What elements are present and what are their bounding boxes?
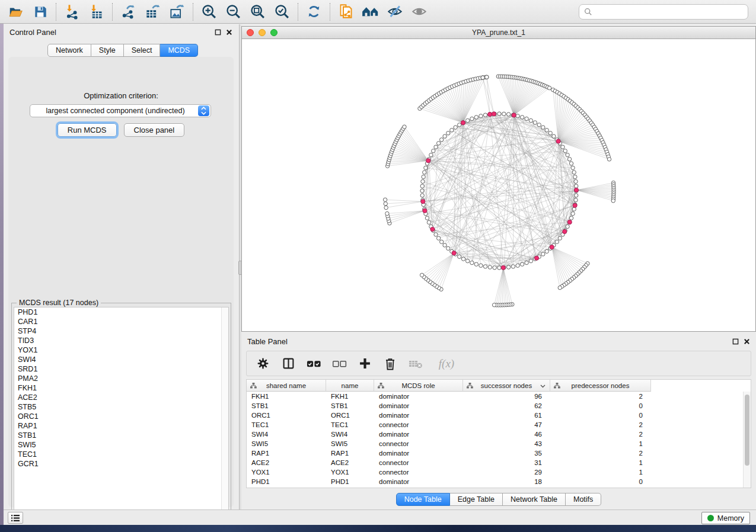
network-node[interactable] — [516, 264, 519, 267]
network-node[interactable] — [420, 194, 424, 197]
network-node[interactable] — [427, 220, 430, 224]
table-cell[interactable]: 2 — [550, 430, 651, 439]
network-edge[interactable] — [552, 196, 576, 247]
hide-detail-icon[interactable] — [382, 2, 407, 22]
table-cell[interactable]: connector — [374, 458, 463, 467]
network-edge[interactable] — [522, 117, 552, 247]
home-pages-icon[interactable] — [358, 2, 382, 22]
network-window-titlebar[interactable]: YPA_prune.txt_1 — [242, 27, 755, 39]
network-node[interactable] — [558, 236, 562, 240]
table-cell[interactable]: dominator — [374, 477, 463, 486]
memory-button[interactable]: Memory — [701, 512, 750, 524]
column-header-successor-nodes[interactable]: successor nodes — [463, 380, 550, 392]
table-cell[interactable]: 31 — [463, 458, 550, 467]
node-table[interactable]: shared namenameMCDS rolesuccessor nodesp… — [246, 379, 751, 488]
network-edge[interactable] — [432, 172, 574, 229]
network-node[interactable] — [541, 126, 545, 129]
table-row[interactable]: STB1STB1dominator620 — [247, 401, 751, 411]
run-mcds-button[interactable]: Run MCDS — [58, 123, 117, 137]
table-cell[interactable]: 0 — [550, 401, 651, 411]
network-node[interactable] — [502, 112, 506, 116]
network-node[interactable] — [443, 134, 446, 138]
table-scrollbar-thumb[interactable] — [745, 395, 749, 466]
table-cell[interactable]: 2 — [550, 448, 651, 458]
network-node[interactable] — [569, 162, 573, 165]
clone-network-icon[interactable] — [334, 2, 358, 22]
mcds-result-item[interactable]: YOX1 — [14, 345, 228, 355]
network-node[interactable] — [385, 211, 389, 215]
table-cell[interactable]: STB1 — [326, 401, 374, 411]
export-image-icon[interactable] — [165, 2, 189, 22]
network-node[interactable] — [446, 246, 450, 250]
refresh-icon[interactable] — [302, 2, 326, 22]
network-node-mcds[interactable] — [556, 139, 560, 143]
network-node[interactable] — [547, 86, 551, 89]
network-node-mcds[interactable] — [550, 245, 554, 249]
network-node[interactable] — [434, 233, 438, 236]
network-edge[interactable] — [576, 187, 614, 190]
network-edge[interactable] — [402, 130, 428, 161]
network-node[interactable] — [529, 118, 532, 122]
network-node[interactable] — [458, 123, 461, 127]
table-cell[interactable]: dominator — [374, 448, 463, 458]
table-cell[interactable]: connector — [374, 420, 463, 430]
search-input[interactable] — [596, 8, 743, 16]
table-cell[interactable]: SWI4 — [326, 430, 374, 439]
network-node-mcds[interactable] — [574, 188, 578, 192]
mcds-result-item[interactable]: SWI5 — [14, 440, 228, 450]
table-cell[interactable]: 2 — [550, 420, 651, 430]
table-cell[interactable]: 2 — [550, 392, 651, 401]
table-cell[interactable]: 0 — [550, 477, 651, 486]
table-cell[interactable]: 96 — [463, 392, 550, 401]
tab-motifs[interactable]: Motifs — [566, 493, 601, 506]
network-node[interactable] — [566, 225, 569, 228]
mcds-result-item[interactable]: STP4 — [14, 326, 228, 336]
network-node[interactable] — [423, 171, 426, 174]
zoom-selected-icon[interactable] — [270, 2, 294, 22]
table-cell[interactable]: 43 — [463, 439, 550, 448]
mcds-result-item[interactable]: ORC1 — [14, 412, 228, 421]
export-table-icon[interactable] — [141, 2, 165, 22]
tab-mcds[interactable]: MCDS — [160, 44, 198, 57]
network-edge[interactable] — [428, 253, 454, 280]
zoom-out-icon[interactable] — [221, 2, 245, 22]
network-node[interactable] — [429, 153, 433, 156]
network-node[interactable] — [465, 259, 469, 262]
network-node[interactable] — [420, 273, 423, 277]
table-cell[interactable]: ACE2 — [247, 458, 326, 467]
network-node[interactable] — [516, 114, 519, 118]
network-edge[interactable] — [400, 134, 428, 161]
column-header-name[interactable]: name — [326, 380, 374, 392]
float-panel-icon[interactable] — [215, 29, 221, 36]
zoom-in-icon[interactable] — [197, 2, 221, 22]
network-node[interactable] — [461, 257, 465, 261]
table-cell[interactable]: FKH1 — [247, 392, 326, 401]
network-node-mcds[interactable] — [488, 112, 492, 116]
table-cell[interactable]: 61 — [463, 411, 550, 420]
search-box[interactable] — [579, 4, 748, 20]
network-node[interactable] — [483, 265, 487, 268]
mcds-result-item[interactable]: SWI4 — [14, 355, 228, 364]
network-node[interactable] — [492, 303, 496, 307]
tab-edge-table[interactable]: Edge Table — [450, 493, 503, 506]
table-cell[interactable]: 1 — [550, 439, 651, 448]
table-cell[interactable]: dominator — [374, 430, 463, 439]
settings-gear-icon[interactable] — [255, 356, 270, 371]
network-node[interactable] — [421, 180, 425, 183]
table-cell[interactable]: 18 — [463, 477, 550, 486]
network-node[interactable] — [384, 206, 388, 209]
network-node[interactable] — [511, 265, 515, 268]
network-node[interactable] — [607, 158, 611, 161]
network-node-mcds[interactable] — [534, 256, 538, 260]
network-node[interactable] — [422, 175, 425, 178]
open-session-icon[interactable] — [4, 2, 28, 22]
network-node[interactable] — [525, 117, 528, 120]
mcds-result-item[interactable]: STB1 — [14, 431, 228, 440]
network-node[interactable] — [481, 76, 484, 79]
mcds-result-item[interactable]: PHD1 — [14, 307, 228, 317]
table-cell[interactable]: 29 — [463, 467, 550, 477]
close-panel-icon[interactable] — [226, 29, 232, 36]
network-node[interactable] — [558, 286, 562, 289]
table-cell[interactable]: ACE2 — [326, 458, 374, 467]
network-node[interactable] — [555, 240, 559, 243]
